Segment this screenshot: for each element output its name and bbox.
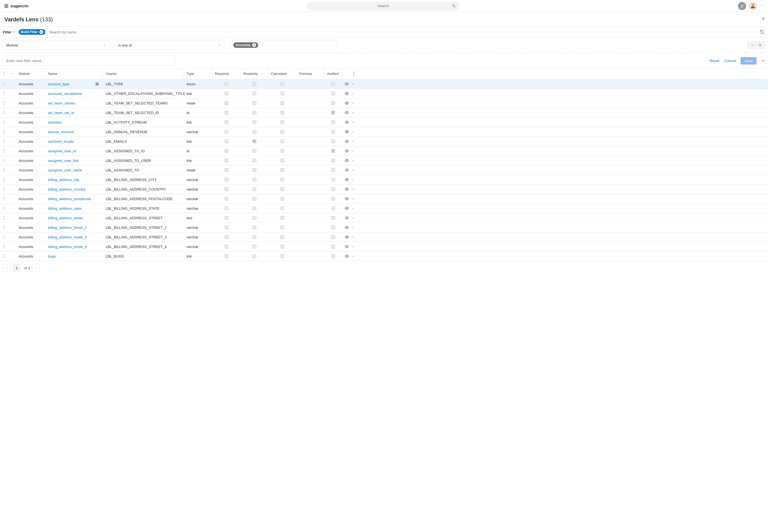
user-menu-caret[interactable] — [760, 4, 764, 8]
refresh-button[interactable] — [759, 29, 765, 35]
row-checkbox[interactable] — [3, 254, 5, 258]
cell-name-link[interactable]: billing_address_postalcode — [48, 197, 91, 201]
col-readonly[interactable]: Readonly — [241, 69, 268, 79]
row-checkbox[interactable] — [3, 226, 5, 229]
collapse-sidepanel-icon[interactable] — [761, 16, 765, 21]
filter-field-select[interactable]: Module — [3, 40, 109, 50]
table-row[interactable]: Accountsaccounts_escalationsLBL_OTHER_ES… — [0, 89, 768, 98]
cell-name-link[interactable]: bugs — [48, 254, 56, 258]
add-filter-row-button[interactable] — [757, 43, 763, 48]
table-row[interactable]: Accountsbilling_address_cityLBL_BILLING_… — [0, 175, 768, 185]
row-menu-button[interactable] — [351, 207, 354, 210]
cell-name-link[interactable]: acl_team_set_id — [48, 111, 74, 115]
table-row[interactable]: Accountsbilling_address_stateLBL_BILLING… — [0, 204, 768, 213]
col-type[interactable]: Type — [184, 69, 212, 79]
col-vname[interactable]: Vname — [103, 69, 184, 79]
cell-name-link[interactable]: assigned_user_link — [48, 159, 78, 163]
row-checkbox[interactable] — [3, 178, 5, 182]
preview-button[interactable] — [344, 206, 349, 211]
col-formula[interactable]: Formula — [296, 69, 324, 79]
row-checkbox[interactable] — [3, 120, 5, 124]
cell-name-link[interactable]: accounts_escalations — [48, 92, 82, 96]
cell-name-link[interactable]: billing_address_street_2 — [48, 226, 87, 230]
table-row[interactable]: Accountsassigned_user_idLBL_ASSIGNED_TO_… — [0, 146, 768, 156]
preview-button[interactable] — [344, 235, 349, 239]
row-menu-button[interactable] — [351, 101, 354, 105]
filter-value-chip[interactable]: Accounts ✕ — [233, 42, 258, 48]
cell-name-link[interactable]: assigned_user_name — [48, 168, 82, 172]
preview-button[interactable] — [344, 130, 349, 134]
preview-button[interactable] — [344, 139, 349, 144]
row-menu-button[interactable] — [351, 168, 354, 172]
row-checkbox[interactable] — [3, 168, 5, 172]
preview-button[interactable] — [344, 91, 349, 96]
filter-value-select[interactable]: Accounts ✕ — [230, 40, 336, 50]
row-menu-button[interactable] — [351, 178, 354, 181]
row-menu-button[interactable] — [351, 235, 354, 239]
row-checkbox[interactable] — [3, 139, 5, 143]
row-checkbox[interactable] — [3, 130, 5, 134]
row-checkbox[interactable] — [3, 245, 5, 249]
row-menu-button[interactable] — [351, 245, 354, 248]
cell-name-link[interactable]: billing_address_street_4 — [48, 245, 87, 249]
row-checkbox[interactable] — [3, 216, 5, 220]
col-module[interactable]: Module — [16, 69, 45, 79]
filter-operator-select[interactable]: is any of — [115, 40, 224, 50]
cell-name-link[interactable]: billing_address_city — [48, 178, 79, 182]
table-row[interactable]: Accountsassigned_user_nameLBL_ASSIGNED_T… — [0, 165, 768, 175]
row-menu-button[interactable] — [351, 159, 354, 162]
row-menu-button[interactable] — [351, 226, 354, 229]
row-checkbox[interactable] — [3, 197, 5, 201]
column-menu-button[interactable] — [353, 72, 354, 76]
table-row[interactable]: AccountsactivitiesLBL_ACTIVITY_STREAMlin… — [0, 118, 768, 127]
notifications-button[interactable] — [738, 2, 746, 10]
row-menu-button[interactable] — [351, 111, 354, 114]
table-row[interactable]: Accountsacl_team_set_idLBL_TEAM_SET_SELE… — [0, 108, 768, 118]
row-checkbox[interactable] — [3, 82, 5, 86]
global-search[interactable] — [306, 2, 460, 10]
col-calculated[interactable]: Calculated — [268, 69, 296, 79]
preview-button[interactable] — [344, 244, 349, 249]
row-menu-button[interactable] — [351, 130, 354, 133]
table-row[interactable]: Accountsbilling_address_street_4LBL_BILL… — [0, 242, 768, 252]
filter-name-input[interactable] — [3, 56, 175, 66]
row-menu-button[interactable] — [351, 197, 354, 200]
row-checkbox[interactable] — [3, 111, 5, 115]
row-menu-button[interactable] — [351, 149, 354, 153]
table-row[interactable]: Accountsbilling_address_postalcodeLBL_BI… — [0, 194, 768, 204]
preview-button[interactable] — [344, 216, 349, 220]
cell-name-link[interactable]: billing_address_state — [48, 206, 81, 211]
preview-button[interactable] — [344, 120, 349, 124]
filter-search-input[interactable] — [49, 28, 759, 36]
global-search-input[interactable] — [310, 4, 456, 8]
preview-button[interactable] — [344, 82, 349, 86]
table-row[interactable]: AccountsbugsLBL_BUGSlink — [0, 252, 768, 261]
cell-name-link[interactable]: acl_team_names — [48, 101, 75, 105]
cell-name-link[interactable]: archived_emails — [48, 139, 74, 144]
row-menu-button[interactable] — [351, 82, 354, 86]
build-filter-chip[interactable]: Build Filter ✕ — [19, 29, 46, 35]
preview-button[interactable] — [344, 168, 349, 172]
user-avatar[interactable] — [749, 2, 757, 10]
prev-page-button[interactable] — [3, 264, 11, 272]
row-checkbox[interactable] — [3, 235, 5, 239]
preview-button[interactable] — [344, 225, 349, 230]
row-menu-button[interactable] — [351, 188, 354, 191]
table-row[interactable]: Accountsbilling_address_street_2LBL_BILL… — [0, 223, 768, 232]
table-row[interactable]: Accountsassigned_user_linkLBL_ASSIGNED_T… — [0, 156, 768, 165]
close-icon[interactable]: ✕ — [252, 43, 256, 47]
row-checkbox[interactable] — [3, 101, 5, 105]
preview-button[interactable] — [344, 187, 349, 191]
col-audited[interactable]: Audited — [324, 69, 342, 79]
row-menu-button[interactable] — [351, 255, 354, 258]
table-row[interactable]: Accountsbilling_address_street_3LBL_BILL… — [0, 232, 768, 242]
preview-button[interactable] — [344, 110, 349, 115]
save-button[interactable]: Save — [741, 57, 757, 65]
collapse-filter-button[interactable] — [761, 59, 765, 63]
filter-dropdown[interactable]: Filter — [3, 30, 16, 34]
cell-name-link[interactable]: billing_address_country — [48, 187, 86, 191]
cancel-link[interactable]: Cancel — [724, 59, 736, 63]
table-row[interactable]: Accountsaccount_typeLBL_TYPEenum — [0, 79, 768, 89]
reset-link[interactable]: Reset — [710, 59, 719, 63]
page-number[interactable]: 1 — [13, 264, 21, 272]
